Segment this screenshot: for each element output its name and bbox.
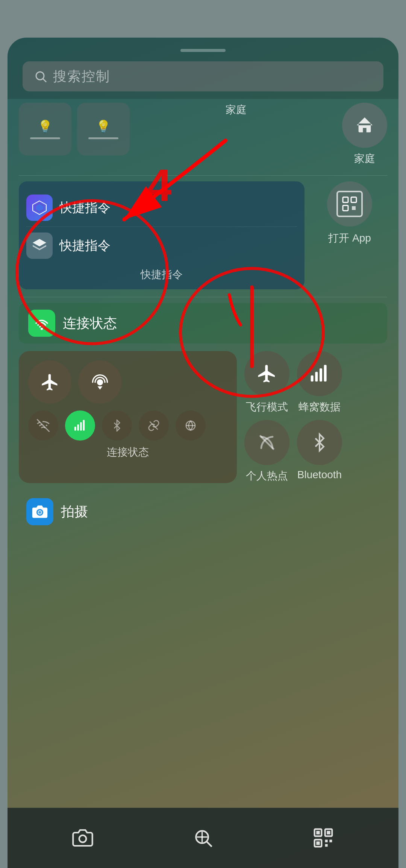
connectivity-icon xyxy=(28,310,55,337)
shortcuts-app-icon xyxy=(26,195,53,221)
toolbar-search-icon xyxy=(188,823,218,853)
toolbar-camera-icon xyxy=(68,823,98,853)
shortcut-item-1[interactable]: 快捷指令 xyxy=(26,189,297,227)
light-tile-2[interactable]: 💡 xyxy=(77,103,130,155)
bluetooth-small-btn[interactable] xyxy=(102,410,132,441)
content-area: 💡 💡 家庭 家庭 xyxy=(8,99,398,546)
airdrop-icon xyxy=(90,372,110,392)
toolbar-search-btn[interactable] xyxy=(188,823,218,853)
globe-icon xyxy=(185,420,197,432)
toolbar-search-svg xyxy=(192,827,214,848)
bluetooth-item: Bluetooth xyxy=(297,420,342,483)
hotspot-label: 个人热点 xyxy=(246,469,288,483)
airplane-circle[interactable] xyxy=(244,351,289,396)
svg-rect-40 xyxy=(329,840,332,842)
cellular-right-icon xyxy=(309,363,330,384)
airplane-mode-btn[interactable] xyxy=(28,360,71,404)
shortcut-sub-icon xyxy=(26,233,53,259)
layers-icon xyxy=(31,237,48,254)
svg-rect-41 xyxy=(325,844,328,847)
connectivity-row[interactable]: 连接状态 xyxy=(19,303,387,344)
link-icon xyxy=(148,420,160,432)
network-right: 飞行模式 蜂窝数据 xyxy=(244,351,387,483)
svg-rect-17 xyxy=(83,420,85,431)
cellular-circle[interactable] xyxy=(297,351,342,396)
bluetooth-label: Bluetooth xyxy=(297,469,342,481)
cellular-signal-btn[interactable] xyxy=(65,410,95,441)
airplane-right-icon xyxy=(256,363,277,384)
wifi-off-icon xyxy=(36,419,50,432)
svg-point-0 xyxy=(36,72,44,80)
open-app-icon xyxy=(336,191,363,217)
search-placeholder: 搜索控制 xyxy=(53,67,110,86)
svg-rect-37 xyxy=(327,831,330,834)
toolbar-camera-svg xyxy=(72,827,93,848)
signal-icon xyxy=(73,419,87,432)
svg-line-18 xyxy=(150,421,158,429)
home-label: 家庭 xyxy=(354,152,375,166)
svg-rect-8 xyxy=(351,197,356,202)
network-right-bottom-row: 个人热点 Bluetooth xyxy=(244,420,387,483)
svg-point-27 xyxy=(38,511,41,514)
toolbar-qr-icon xyxy=(308,823,338,853)
wifi-btn[interactable] xyxy=(28,410,58,441)
open-app-tile: 打开 App xyxy=(312,181,387,289)
network-grid-top xyxy=(28,360,227,404)
svg-rect-9 xyxy=(343,205,348,211)
toolbar-camera-btn[interactable] xyxy=(68,823,98,853)
open-app-circle[interactable] xyxy=(327,181,372,227)
search-bar[interactable]: 搜索控制 xyxy=(23,61,383,91)
phone-container: 搜索控制 💡 💡 家庭 xyxy=(8,38,398,868)
connectivity-label: 连接状态 xyxy=(63,314,117,333)
airdrop-btn[interactable] xyxy=(78,360,121,404)
svg-rect-24 xyxy=(324,365,327,382)
light-icon-2: 💡 xyxy=(96,119,111,134)
svg-rect-15 xyxy=(77,424,79,431)
bluetooth-circle[interactable] xyxy=(297,420,342,465)
network-right-top-row: 飞行模式 蜂窝数据 xyxy=(244,351,387,414)
svg-line-30 xyxy=(207,842,212,847)
search-icon xyxy=(34,70,47,83)
light-controls: 💡 💡 xyxy=(19,103,130,155)
shortcut-item-2[interactable]: 快捷指令 xyxy=(26,227,297,265)
home-icon xyxy=(354,115,375,136)
light-tile-1[interactable]: 💡 xyxy=(19,103,71,155)
shortcuts-icon xyxy=(31,199,48,216)
notch-bar xyxy=(180,49,226,52)
shortcuts-tile[interactable]: 快捷指令 快捷指令 快捷指令 xyxy=(19,181,304,289)
app-scan-icon xyxy=(342,196,357,211)
svg-marker-5 xyxy=(33,239,46,246)
search-bar-area: 搜索控制 xyxy=(8,38,398,99)
airplane-icon xyxy=(40,372,60,392)
camera-icon-bg xyxy=(26,498,53,525)
top-row: 💡 💡 家庭 家庭 xyxy=(19,103,387,166)
network-bottom-row xyxy=(28,410,227,441)
light-bar-1 xyxy=(30,137,60,139)
hotspot-circle[interactable] xyxy=(244,420,289,465)
airplane-mode-item: 飞行模式 xyxy=(244,351,289,414)
light-section-label: 家庭 xyxy=(226,103,247,117)
camera-icon xyxy=(32,503,48,520)
bluetooth-small-icon xyxy=(111,420,123,432)
camera-row[interactable]: 拍摄 xyxy=(19,493,387,531)
cellular-data-label: 蜂窝数据 xyxy=(298,400,341,414)
divider-2 xyxy=(19,297,387,297)
wifi-waves-icon xyxy=(34,316,49,331)
svg-rect-7 xyxy=(343,197,348,202)
network-area: 连接状态 飞行模式 xyxy=(19,351,387,483)
svg-point-11 xyxy=(41,328,43,330)
network-section-label: 连接状态 xyxy=(28,445,227,459)
svg-rect-23 xyxy=(320,368,322,382)
bluetooth-main-icon xyxy=(311,432,329,453)
bottom-toolbar xyxy=(8,808,398,868)
link-btn[interactable] xyxy=(139,410,169,441)
camera-label: 拍摄 xyxy=(61,503,88,521)
home-circle[interactable] xyxy=(342,103,387,148)
globe-btn[interactable] xyxy=(176,410,206,441)
light-icon-1: 💡 xyxy=(38,119,53,134)
svg-point-28 xyxy=(79,835,86,842)
svg-rect-38 xyxy=(316,841,320,845)
toolbar-qr-btn[interactable] xyxy=(308,823,338,853)
hotspot-item: 个人热点 xyxy=(244,420,289,483)
toolbar-qr-svg xyxy=(313,827,334,848)
